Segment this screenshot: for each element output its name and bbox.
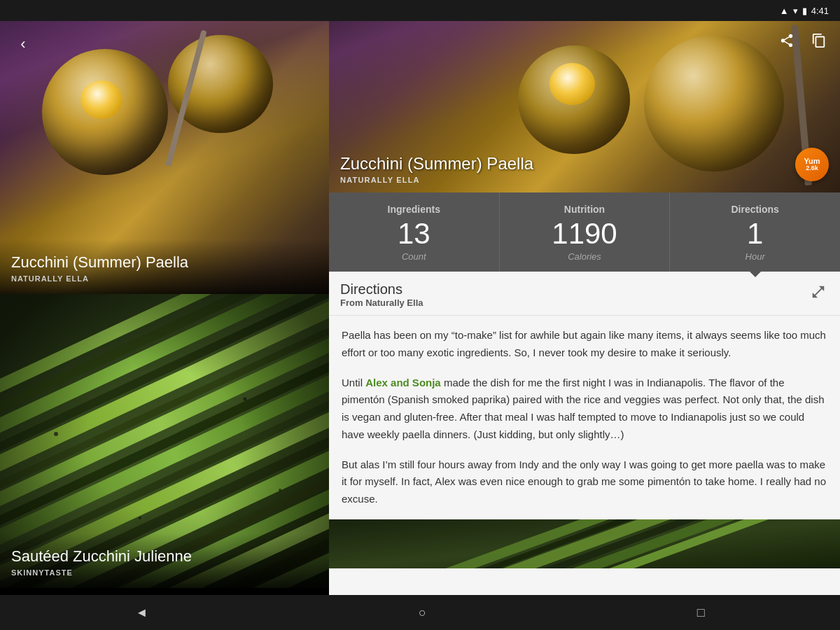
zucchini-title: Sautéed Zucchini Julienne: [11, 547, 318, 566]
share-icon: [779, 33, 794, 48]
stat-nutrition[interactable]: Nutrition 1190 Calories: [500, 192, 671, 272]
directions-paragraph-1: Paella has been on my “to-make” list for…: [342, 327, 827, 362]
directions-header: Directions From Naturally Ella: [329, 272, 840, 316]
directions-title: Directions: [340, 281, 424, 298]
right-recipe-title: Zucchini (Summer) Paella: [340, 154, 798, 174]
directions-paragraph-2: Until Alex and Sonja made the dish for m…: [342, 374, 827, 444]
copy-icon: [811, 33, 827, 48]
stat-ingredients-unit: Count: [402, 251, 426, 262]
egg-yolk-decoration: [80, 80, 122, 119]
right-egg-yolk: [550, 63, 595, 105]
copy-button[interactable]: [806, 28, 832, 53]
nav-back-button[interactable]: ◄: [114, 600, 169, 626]
stat-nutrition-value: 1190: [552, 219, 617, 248]
directions-section: Directions From Naturally Ella Paella ha…: [329, 272, 840, 595]
nav-recent-button[interactable]: □: [676, 600, 726, 626]
left-panel: ‹ Zucchini (Summer) Paella NATURALLY ELL…: [0, 21, 329, 595]
svg-rect-38: [329, 519, 840, 568]
right-panel: Zucchini (Summer) Paella NATURALLY ELLA …: [329, 21, 840, 595]
status-icons: ▲ ▾ ▮ 4:41: [780, 6, 829, 16]
paella-title: Zucchini (Summer) Paella: [11, 253, 318, 272]
expand-icon: [811, 284, 826, 300]
stat-ingredients[interactable]: Ingredients 13 Count: [329, 192, 500, 272]
yum-badge[interactable]: Yum 2.6k: [795, 148, 829, 181]
right-food-plate-1: [644, 35, 784, 172]
share-button[interactable]: [774, 28, 799, 53]
status-time: 4:41: [811, 6, 829, 16]
paella-card-overlay: Zucchini (Summer) Paella NATURALLY ELLA: [0, 239, 329, 294]
right-top-icons: [774, 28, 832, 53]
main-content: ‹ Zucchini (Summer) Paella NATURALLY ELL…: [0, 21, 840, 595]
bottom-nav: ◄ ○ □: [0, 595, 840, 630]
zucchini-card[interactable]: Sautéed Zucchini Julienne SKINNYTASTE: [0, 294, 329, 588]
directions-title-block: Directions From Naturally Ella: [340, 281, 424, 308]
expand-button[interactable]: [808, 281, 829, 306]
bottom-preview-image: [329, 519, 840, 568]
battery-icon: ▮: [802, 6, 807, 16]
wifi-icon: ▾: [793, 6, 798, 16]
stat-ingredients-label: Ingredients: [388, 204, 440, 215]
directions-until: Until: [342, 377, 365, 388]
zucchini-card-overlay: Sautéed Zucchini Julienne SKINNYTASTE: [0, 533, 329, 588]
stat-nutrition-label: Nutrition: [564, 204, 605, 215]
food-plate-2: [168, 35, 273, 133]
status-bar: ▲ ▾ ▮ 4:41: [0, 0, 840, 21]
stat-directions-value: 1: [747, 219, 763, 248]
right-recipe-info: Zucchini (Summer) Paella NATURALLY ELLA: [340, 154, 798, 184]
directions-from-source: Naturally Ella: [365, 298, 423, 308]
stats-bar: Ingredients 13 Count Nutrition 1190 Calo…: [329, 192, 840, 272]
directions-from-label: From: [340, 298, 363, 308]
back-button[interactable]: ‹: [10, 31, 36, 57]
right-header-image: Zucchini (Summer) Paella NATURALLY ELLA …: [329, 21, 840, 192]
right-bottom-preview: [329, 519, 840, 568]
highlight-name[interactable]: Alex and Sonja: [365, 377, 441, 388]
stat-directions-label: Directions: [731, 204, 778, 215]
directions-text: Paella has been on my “to-make” list for…: [329, 316, 840, 519]
stat-nutrition-unit: Calories: [568, 251, 601, 262]
signal-icon: ▲: [780, 6, 789, 16]
zucchini-source: SKINNYTASTE: [11, 568, 318, 577]
paella-source: NATURALLY ELLA: [11, 274, 318, 283]
nav-home-button[interactable]: ○: [398, 600, 447, 626]
right-recipe-source: NATURALLY ELLA: [340, 176, 798, 184]
directions-paragraph-3: But alas I’m still four hours away from …: [342, 456, 827, 508]
paella-card[interactable]: ‹ Zucchini (Summer) Paella NATURALLY ELL…: [0, 21, 329, 294]
stat-directions-unit: Hour: [746, 251, 765, 262]
directions-from: From Naturally Ella: [340, 298, 424, 308]
stat-ingredients-value: 13: [398, 219, 430, 248]
stat-directions[interactable]: Directions 1 Hour: [670, 192, 840, 272]
yum-count: 2.6k: [806, 165, 818, 172]
